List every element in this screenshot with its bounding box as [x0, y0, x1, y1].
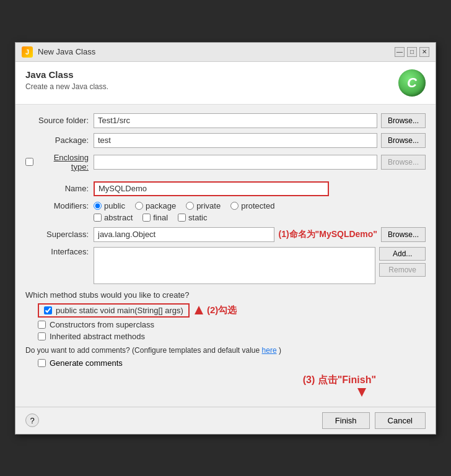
modifiers-checkbox-row: abstract final static — [25, 213, 426, 222]
superclass-row: Superclass: (1)命名为"MySQLDemo" Browse... — [25, 227, 426, 242]
modifier-package[interactable]: package — [135, 201, 176, 210]
generate-comments-checkbox[interactable] — [38, 359, 46, 367]
body-section: Source folder: Browse... Package: Browse… — [15, 105, 436, 407]
configure-link[interactable]: here — [262, 346, 277, 355]
close-button[interactable]: ✕ — [419, 47, 429, 57]
wizard-subtitle: Create a new Java class. — [25, 82, 108, 91]
enclosing-type-checkbox[interactable] — [25, 158, 33, 166]
name-input[interactable] — [94, 181, 329, 196]
help-button[interactable]: ? — [25, 413, 39, 427]
stub-constructors-row: Constructors from superclass — [38, 320, 426, 329]
minimize-button[interactable]: — — [395, 47, 405, 57]
add-interface-button[interactable]: Add... — [379, 247, 426, 261]
comments-title: Do you want to add comments? (Configure … — [25, 346, 426, 355]
modifiers-row: Modifiers: public package private protec… — [25, 201, 426, 210]
enclosing-type-browse[interactable]: Browse... — [381, 155, 426, 170]
dialog-icon: J — [22, 46, 33, 58]
window-controls: — □ ✕ — [395, 47, 429, 57]
stub-constructors-checkbox[interactable] — [38, 321, 46, 329]
modifier-abstract[interactable]: abstract — [94, 213, 133, 222]
annotation-3-row: (3) 点击"Finish" — [25, 374, 426, 387]
annotation-2-container — [195, 306, 203, 314]
generate-comments-label: Generate comments — [50, 358, 123, 368]
name-row: Name: — [25, 181, 426, 196]
modifier-protected[interactable]: protected — [230, 201, 274, 210]
package-row: Package: Browse... — [25, 133, 426, 148]
stubs-title: Which method stubs would you like to cre… — [25, 290, 426, 300]
superclass-label: Superclass: — [25, 230, 94, 239]
stub-inherited-row: Inherited abstract methods — [38, 332, 426, 341]
footer: ? Finish Cancel — [15, 407, 436, 434]
eclipse-logo: C — [398, 69, 426, 97]
wizard-title: Java Class — [25, 69, 108, 80]
stub-main-row: public static void main(String[] args) (… — [38, 303, 426, 318]
modifier-static[interactable]: static — [178, 213, 207, 222]
maximize-button[interactable]: □ — [407, 47, 417, 57]
generate-comments-row: Generate comments — [38, 358, 426, 368]
annotation-2: (2)勾选 — [207, 305, 237, 316]
name-label: Name: — [25, 184, 94, 193]
header-section: Java Class Create a new Java class. C — [15, 62, 436, 105]
enclosing-type-input[interactable] — [94, 155, 377, 170]
annotation-1: (1)命名为"MySQLDemo" — [278, 229, 377, 240]
source-folder-browse[interactable]: Browse... — [381, 113, 426, 128]
stub-inherited-label: Inherited abstract methods — [50, 332, 145, 341]
stub-inherited-checkbox[interactable] — [38, 332, 46, 340]
dialog-title: New Java Class — [38, 47, 95, 56]
stub-main-label: public static void main(String[] args) — [56, 306, 183, 315]
arrow-up-icon — [195, 306, 203, 314]
stub-main-checkbox[interactable] — [44, 306, 52, 314]
source-folder-row: Source folder: Browse... — [25, 113, 426, 128]
modifiers-label: Modifiers: — [25, 201, 94, 210]
package-browse[interactable]: Browse... — [381, 133, 426, 148]
annotation-3-arrow-row — [25, 388, 426, 397]
annotation-3: (3) 点击"Finish" — [303, 374, 376, 387]
interfaces-label: Interfaces: — [25, 247, 94, 256]
modifier-public[interactable]: public — [94, 201, 125, 210]
stubs-section: Which method stubs would you like to cre… — [25, 290, 426, 341]
enclosing-type-row: Enclosing type: Browse... — [25, 153, 426, 171]
source-folder-input[interactable] — [94, 113, 377, 128]
cancel-button[interactable]: Cancel — [375, 412, 426, 429]
arrow-down-icon — [357, 388, 366, 397]
package-label: Package: — [25, 136, 94, 145]
package-input[interactable] — [94, 133, 377, 148]
remove-interface-button[interactable]: Remove — [379, 263, 426, 277]
comments-section: Do you want to add comments? (Configure … — [25, 346, 426, 368]
interfaces-list — [94, 247, 375, 284]
modifiers-radio-group: public package private protected — [94, 201, 274, 210]
stub-main-box: public static void main(String[] args) — [38, 303, 190, 318]
modifier-final[interactable]: final — [142, 213, 168, 222]
interfaces-row: Interfaces: Add... Remove — [25, 247, 426, 284]
title-bar: J New Java Class — □ ✕ — [15, 43, 436, 62]
modifiers-checkbox-group: abstract final static — [94, 213, 207, 222]
stub-constructors-label: Constructors from superclass — [50, 320, 154, 329]
finish-button[interactable]: Finish — [322, 412, 370, 429]
modifier-private[interactable]: private — [186, 201, 221, 210]
superclass-browse[interactable]: Browse... — [381, 227, 426, 242]
source-folder-label: Source folder: — [25, 116, 94, 125]
interfaces-buttons: Add... Remove — [379, 247, 426, 277]
enclosing-type-label: Enclosing type: — [36, 153, 89, 171]
superclass-input[interactable] — [94, 227, 274, 242]
